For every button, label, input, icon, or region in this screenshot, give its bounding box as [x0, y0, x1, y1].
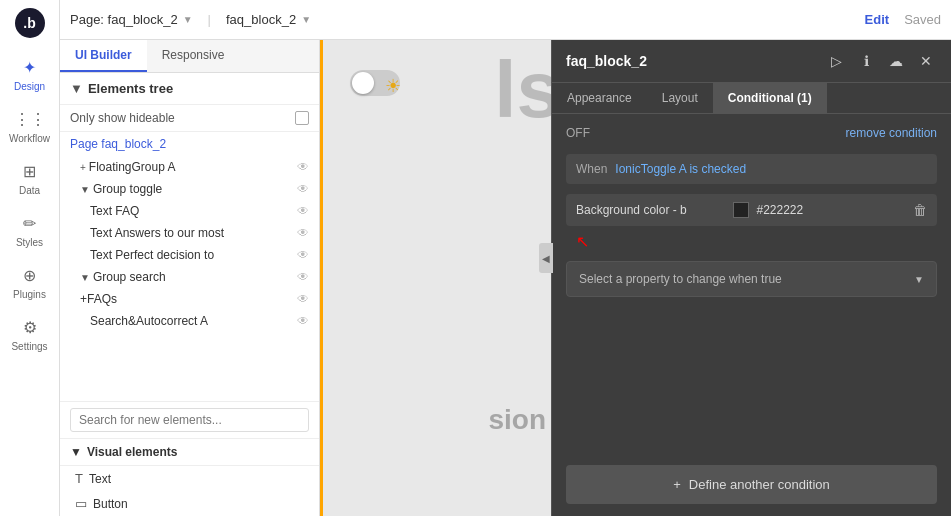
- when-value[interactable]: IonicToggle A is checked: [615, 162, 746, 176]
- visual-item-text[interactable]: T Text: [60, 466, 319, 491]
- visibility-icon[interactable]: 👁: [297, 314, 309, 328]
- sidebar-item-design[interactable]: ✦ Design: [0, 48, 59, 100]
- tree-item-text-faq[interactable]: Text FAQ 👁: [60, 200, 319, 222]
- select-property-dropdown[interactable]: Select a property to change when true ▼: [566, 261, 937, 297]
- rp-tabs: Appearance Layout Conditional (1): [552, 83, 951, 114]
- canvas-area: ☀ ls sion: [320, 40, 551, 516]
- visibility-icon[interactable]: 👁: [297, 270, 309, 284]
- styles-icon: ✏: [19, 212, 41, 234]
- tree-item-text-perfect[interactable]: Text Perfect decision to 👁: [60, 244, 319, 266]
- search-elements-input[interactable]: [70, 408, 309, 432]
- sidebar: .b ✦ Design ⋮⋮ Workflow ⊞ Data ✏ Styles …: [0, 0, 60, 516]
- color-value: #222222: [757, 203, 906, 217]
- faq-tab-selector[interactable]: faq_block_2 ▼: [226, 12, 311, 27]
- play-button[interactable]: ▷: [825, 50, 847, 72]
- visual-elements-arrow: ▼: [70, 445, 82, 459]
- define-condition-label: Define another condition: [689, 477, 830, 492]
- off-row: OFF remove condition: [566, 126, 937, 140]
- saved-indicator: Saved: [904, 12, 941, 27]
- define-condition-plus: +: [673, 477, 681, 492]
- sidebar-item-data[interactable]: ⊞ Data: [0, 152, 59, 204]
- sidebar-item-workflow[interactable]: ⋮⋮ Workflow: [0, 100, 59, 152]
- visibility-icon[interactable]: 👁: [297, 292, 309, 306]
- info-button[interactable]: ℹ: [855, 50, 877, 72]
- visibility-icon[interactable]: 👁: [297, 182, 309, 196]
- color-swatch[interactable]: [733, 202, 749, 218]
- app-logo: .b: [15, 8, 45, 38]
- rp-actions: ▷ ℹ ☁ ✕: [825, 50, 937, 72]
- cloud-button[interactable]: ☁: [885, 50, 907, 72]
- sidebar-item-label: Plugins: [13, 289, 46, 300]
- sidebar-item-plugins[interactable]: ⊕ Plugins: [0, 256, 59, 308]
- page-label: Page: faq_block_2: [70, 12, 178, 27]
- tab-responsive[interactable]: Responsive: [147, 40, 240, 72]
- top-bar: Page: faq_block_2 ▼ | faq_block_2 ▼ Edit…: [60, 0, 951, 40]
- visibility-icon[interactable]: 👁: [297, 248, 309, 262]
- property-section: Background color - b #222222 🗑 ↖: [566, 194, 937, 251]
- sidebar-item-label: Workflow: [9, 133, 50, 144]
- tree-item-faqs[interactable]: +FAQs 👁: [60, 288, 319, 310]
- tree-arrow: ▼: [70, 81, 83, 96]
- settings-icon: ⚙: [19, 316, 41, 338]
- canvas-overlay-text2: sion: [488, 404, 546, 436]
- tree-item-search-autocorrect[interactable]: Search&Autocorrect A 👁: [60, 310, 319, 332]
- close-button[interactable]: ✕: [915, 50, 937, 72]
- divider: |: [208, 12, 211, 27]
- select-dropdown-arrow: ▼: [914, 274, 924, 285]
- rp-body: OFF remove condition When IonicToggle A …: [552, 114, 951, 516]
- workflow-icon: ⋮⋮: [19, 108, 41, 130]
- visibility-icon[interactable]: 👁: [297, 204, 309, 218]
- sidebar-item-settings[interactable]: ⚙ Settings: [0, 308, 59, 360]
- panel-tabs: UI Builder Responsive: [60, 40, 319, 73]
- elements-tree-header: ▼ Elements tree: [60, 73, 319, 105]
- visibility-icon[interactable]: 👁: [297, 226, 309, 240]
- expand-icon: ▼: [80, 272, 90, 283]
- when-label: When: [576, 162, 607, 176]
- only-hideable-row: Only show hideable: [60, 105, 319, 132]
- when-row: When IonicToggle A is checked: [566, 154, 937, 184]
- tree-item-text-answers[interactable]: Text Answers to our most 👁: [60, 222, 319, 244]
- search-new-elements[interactable]: [60, 401, 319, 439]
- tab-conditional[interactable]: Conditional (1): [713, 83, 827, 113]
- expand-icon: +: [80, 162, 86, 173]
- visibility-icon[interactable]: 👁: [297, 160, 309, 174]
- define-condition-button[interactable]: + Define another condition: [566, 465, 937, 504]
- faq-dropdown-arrow[interactable]: ▼: [301, 14, 311, 25]
- tab-layout[interactable]: Layout: [647, 83, 713, 113]
- button-icon: ▭: [75, 496, 87, 511]
- select-property-text: Select a property to change when true: [579, 272, 782, 286]
- sidebar-item-styles[interactable]: ✏ Styles: [0, 204, 59, 256]
- visual-item-button[interactable]: ▭ Button: [60, 491, 319, 516]
- property-row: Background color - b #222222 🗑: [566, 194, 937, 226]
- sidebar-item-label: Design: [14, 81, 45, 92]
- page-selector[interactable]: Page: faq_block_2 ▼: [70, 12, 193, 27]
- property-label: Background color - b: [576, 203, 725, 217]
- page-dropdown-arrow[interactable]: ▼: [183, 14, 193, 25]
- sidebar-item-label: Styles: [16, 237, 43, 248]
- design-icon: ✦: [19, 56, 41, 78]
- hideable-checkbox[interactable]: [295, 111, 309, 125]
- edit-button[interactable]: Edit: [865, 12, 890, 27]
- tab-ui-builder[interactable]: UI Builder: [60, 40, 147, 72]
- sidebar-item-label: Data: [19, 185, 40, 196]
- expand-icon: ▼: [80, 184, 90, 195]
- page-item[interactable]: Page faq_block_2: [60, 132, 319, 156]
- toggle-knob: [352, 72, 374, 94]
- data-icon: ⊞: [19, 160, 41, 182]
- rp-header: faq_block_2 ▷ ℹ ☁ ✕: [552, 40, 951, 83]
- tree-item-group-search[interactable]: ▼ Group search 👁: [60, 266, 319, 288]
- delete-property-button[interactable]: 🗑: [913, 202, 927, 218]
- plugins-icon: ⊕: [19, 264, 41, 286]
- rp-title: faq_block_2: [566, 53, 647, 69]
- text-icon: T: [75, 471, 83, 486]
- tree-item-group-toggle[interactable]: ▼ Group toggle 👁: [60, 178, 319, 200]
- off-label: OFF: [566, 126, 590, 140]
- sun-icon[interactable]: ☀: [385, 75, 401, 97]
- tab-appearance[interactable]: Appearance: [552, 83, 647, 113]
- faq-tab-label: faq_block_2: [226, 12, 296, 27]
- left-panel: UI Builder Responsive ▼ Elements tree On…: [60, 40, 320, 516]
- remove-condition-link[interactable]: remove condition: [846, 126, 937, 140]
- spacer: [566, 307, 937, 455]
- collapse-handle[interactable]: ◀: [539, 243, 553, 273]
- tree-item-floating-group[interactable]: + FloatingGroup A 👁: [60, 156, 319, 178]
